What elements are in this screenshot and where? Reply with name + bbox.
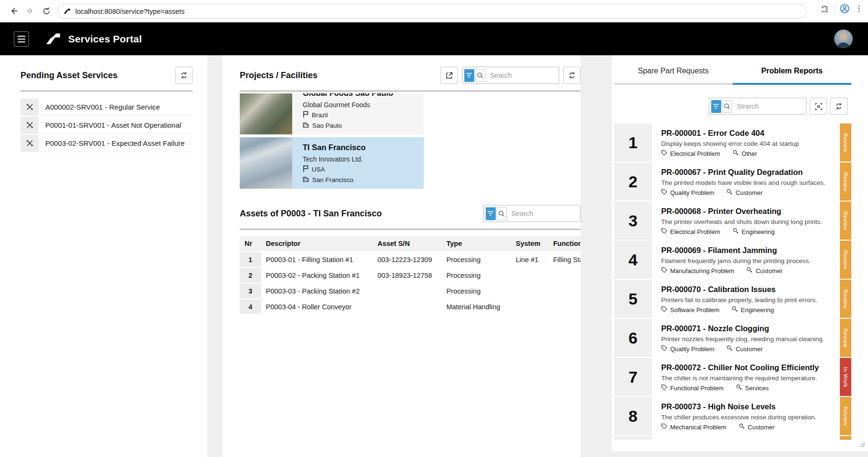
reports-expand-button[interactable] [810,98,827,115]
report-detected-by: Customer [756,267,782,274]
column-nr[interactable]: Nr [240,236,261,252]
asset-row[interactable]: 4 P0003-04 - Roller Conveyor Material Ha… [240,299,581,315]
report-detected-by: Engineering [741,306,774,314]
problem-report-item[interactable]: 1 PR-000001 - Error Code 404 Display kee… [614,123,851,162]
section-divider [240,91,581,91]
report-status-badge: Review [840,202,851,240]
asset-sn: 003-18923-12758 [373,267,442,283]
detected-by-icon [739,423,745,431]
section-divider [240,229,581,230]
detected-by-icon [726,345,733,353]
report-number: 6 [614,319,652,357]
report-detected-by: Other [742,150,757,157]
open-in-new-window-button[interactable] [440,67,458,84]
assets-table-header-row: Nr Descriptor Asset S/N Type System Func… [240,236,581,252]
asset-nr: 3 [240,283,261,299]
report-description: Printers fail to calibrate properly, lea… [661,296,836,304]
facilities-refresh-button[interactable] [563,67,581,84]
problem-report-item[interactable]: 5 PR-000070 - Calibration Issues Printer… [614,280,851,318]
reports-search-icon[interactable] [722,100,732,113]
address-bar[interactable]: localhost:8080/service?type=assets [57,4,807,19]
facility-card[interactable]: Global Foods Sao Paulo Global Gourmet Fo… [240,93,424,134]
asset-row[interactable]: 2 P0003-02 - Packing Station #1 003-1892… [240,267,581,283]
browser-back-button[interactable] [6,3,22,19]
reports-refresh-button[interactable] [830,98,848,115]
report-problem-type: Manufacturing Problem [670,267,734,274]
problem-report-item[interactable]: 9 PR-000074 - Frequent Cycling On and Of… [614,436,851,440]
column-system[interactable]: System [511,236,548,252]
report-number: 2 [614,162,652,201]
facility-country: USA [312,166,325,173]
pending-service-label: A000002-SRV001 - Regular Service [45,99,160,115]
column-asset-sn[interactable]: Asset S/N [373,236,442,252]
facility-city: San Francisco [312,176,353,183]
detected-by-icon [736,384,742,392]
report-title: PR-000072 - Chiller Not Cooling Efficien… [661,363,836,372]
problem-report-item[interactable]: 7 PR-000072 - Chiller Not Cooling Effici… [614,358,851,396]
assets-search-input[interactable] [507,210,578,217]
pending-services-refresh-button[interactable] [175,67,193,84]
detected-by-icon [746,267,753,274]
asset-system: Line #1 [511,252,548,267]
asset-sn [373,283,442,299]
browser-menu-icon[interactable] [855,4,863,13]
report-status-badge: Review [840,319,851,357]
column-type[interactable]: Type [441,236,511,252]
browser-forward-button[interactable] [22,3,38,19]
menu-button[interactable] [14,31,29,47]
tab-spare-part-requests[interactable]: Spare Part Requests [614,67,733,85]
tab-problem-reports[interactable]: Problem Reports [733,67,851,85]
assets-search-icon[interactable] [497,207,507,220]
report-number: 4 [614,241,652,279]
facility-city: Sao Paulo [312,122,342,129]
asset-descriptor: P0003-02 - Packing Station #1 [261,267,373,283]
facility-name: Global Foods Sao Paulo [303,93,393,98]
facility-card[interactable]: TI San Francisco Tech Innovators Ltd. US… [240,137,424,189]
detected-by-icon [726,189,733,196]
facilities-search [462,67,559,84]
facilities-search-input[interactable] [485,71,557,79]
facility-company: Tech Innovators Ltd. [303,155,366,163]
pending-service-item[interactable]: P0003-02-SRV001 - Expected Asset Failure [20,135,193,152]
building-icon [303,122,309,129]
facilities-search-icon[interactable] [475,69,485,82]
report-problem-type: Quality Problem [670,345,714,353]
resize-grip-icon[interactable] [859,441,865,449]
facilities-filter-button[interactable] [464,69,474,82]
report-title: PR-000001 - Error Code 404 [661,129,836,138]
section-divider [20,91,193,91]
extensions-icon[interactable] [820,4,829,13]
profile-icon[interactable] [839,3,850,14]
report-number: 8 [614,397,652,435]
report-description: The chiller is not maintaining the requi… [661,375,836,382]
problem-report-item[interactable]: 2 PR-000067 - Print Quality Degradation … [614,162,851,201]
report-status-badge: Review [840,162,851,201]
problem-report-item[interactable]: 4 PR-000069 - Filament Jamming Filament … [614,241,851,279]
asset-type: Processing [441,283,511,299]
asset-row[interactable]: 1 P0003-01 - Filling Station #1 003-1222… [240,252,581,267]
pending-service-item[interactable]: P0001-01-SRV001 - Asset Not Operational [20,117,193,134]
tag-icon [661,267,667,274]
report-detected-by: Customer [735,189,762,196]
asset-system [511,267,548,283]
column-descriptor[interactable]: Descriptor [261,236,373,252]
browser-reload-button[interactable] [38,3,54,19]
asset-sn: 003-12223-12309 [373,252,442,267]
problem-report-item[interactable]: 3 PR-000068 - Printer Overheating The pr… [614,202,851,240]
tag-icon [661,228,667,235]
problem-report-item[interactable]: 8 PR-000073 - High Noise Levels The chil… [614,397,851,435]
reports-search-input[interactable] [732,102,804,110]
reports-filter-button[interactable] [711,100,721,113]
user-avatar[interactable] [834,30,853,48]
report-title: PR-000068 - Printer Overheating [661,207,836,216]
report-number: 7 [614,358,652,396]
asset-row[interactable]: 3 P0003-03 - Packing Station #2 Processi… [240,283,581,299]
pending-service-item[interactable]: A000002-SRV001 - Regular Service [20,99,193,116]
report-detected-by: Services [745,385,769,392]
column-function[interactable]: Function [548,236,581,252]
projects-facilities-title: Projects / Facilities [240,71,317,81]
assets-filter-button[interactable] [486,207,496,220]
report-number: 5 [614,280,652,318]
problem-report-item[interactable]: 6 PR-000071 - Nozzle Clogging Printer no… [614,319,851,357]
report-number: 9 [614,436,652,440]
